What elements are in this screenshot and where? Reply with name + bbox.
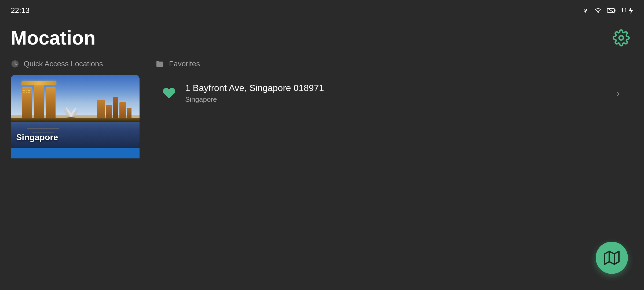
mbs-towers [21,81,56,119]
location-card-image: Singapore [11,75,140,147]
folder-icon [156,60,165,68]
tower-windows [23,90,31,93]
main-content: Singapore 1 Bayfront Ave, Singapore 0189… [0,75,644,158]
settings-button[interactable] [612,28,631,47]
favorite-address-0: 1 Bayfront Ave, Singapore 018971 [185,83,608,93]
status-bar: 22:13 11 [0,0,644,19]
favorite-city-0: Singapore [185,95,608,104]
section-labels: Quick Access Locations Favorites [0,54,644,75]
svg-rect-2 [614,9,615,11]
map-icon [604,250,620,266]
favorite-text-0: 1 Bayfront Ave, Singapore 018971 Singapo… [185,83,608,104]
background-buildings [97,97,131,121]
status-icons: 11 [582,7,633,14]
favorites-column: 1 Bayfront Ave, Singapore 018971 Singapo… [156,75,633,112]
quick-access-column: Singapore [11,75,140,158]
bluetooth-icon [582,7,589,14]
quick-access-section-label[interactable]: Quick Access Locations [11,60,140,68]
chevron-right-icon: › [616,87,620,99]
mbs-tower-1 [22,87,32,119]
svg-marker-9 [605,251,619,264]
svg-point-6 [619,36,623,40]
mbs-tower-2 [34,85,44,119]
charging-icon [628,7,633,14]
mbs-roof [21,81,56,85]
card-location-name: Singapore [16,132,58,142]
mbs-tower-3 [46,87,56,119]
clock-icon [11,60,19,68]
heart-icon [162,86,176,100]
fab-map-button[interactable] [596,242,628,274]
svg-point-0 [598,12,598,13]
mbs-tower-group [22,85,56,119]
wifi-icon [594,7,602,14]
header: Mocation [0,19,644,54]
svg-marker-5 [629,7,633,14]
singapore-location-card[interactable]: Singapore [11,75,140,147]
ground-layer [11,118,140,122]
battery-icon [607,7,616,14]
heart-icon-container [161,85,177,101]
card-preview-strip [11,148,140,158]
status-time: 22:13 [11,6,30,15]
app-title: Mocation [11,27,96,49]
favorite-item-0[interactable]: 1 Bayfront Ave, Singapore 018971 Singapo… [156,75,633,112]
battery-level: 11 [621,7,633,14]
settings-icon [613,29,630,46]
reflection-1 [27,128,59,129]
favorites-section-label[interactable]: Favorites [156,60,200,68]
